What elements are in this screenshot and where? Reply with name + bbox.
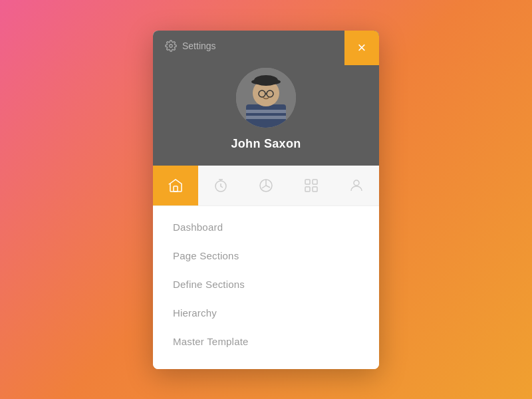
svg-rect-15 (313, 180, 317, 184)
menu-item-hierarchy[interactable]: Hierarchy (153, 299, 379, 327)
tab-grid[interactable] (289, 166, 334, 205)
svg-rect-17 (313, 187, 317, 192)
tab-home[interactable] (153, 166, 198, 205)
avatar-section: John Saxon (153, 61, 379, 166)
tab-user[interactable] (334, 166, 379, 205)
tab-chart[interactable] (243, 166, 289, 205)
settings-card: Settings × (153, 31, 379, 369)
nav-tabs (153, 166, 379, 206)
svg-point-0 (170, 44, 173, 47)
tab-timer[interactable] (198, 166, 243, 205)
menu-item-dashboard[interactable]: Dashboard (153, 213, 379, 241)
svg-rect-3 (246, 110, 286, 113)
settings-label: Settings (182, 41, 216, 51)
user-name: John Saxon (231, 137, 301, 151)
gear-icon (165, 40, 177, 52)
close-icon: × (358, 41, 366, 55)
menu-item-master-template[interactable]: Master Template (153, 327, 379, 356)
menu-list: Dashboard Page Sections Define Sections … (153, 206, 379, 369)
svg-point-7 (254, 75, 278, 86)
avatar (236, 68, 296, 128)
menu-item-define-sections[interactable]: Define Sections (153, 270, 379, 299)
svg-rect-16 (305, 187, 310, 192)
card-header: Settings × (153, 31, 379, 166)
menu-item-page-sections[interactable]: Page Sections (153, 241, 379, 270)
close-button[interactable]: × (344, 31, 379, 65)
svg-rect-11 (174, 186, 178, 192)
svg-rect-4 (246, 116, 286, 119)
svg-rect-14 (305, 180, 310, 184)
svg-point-18 (354, 180, 359, 186)
